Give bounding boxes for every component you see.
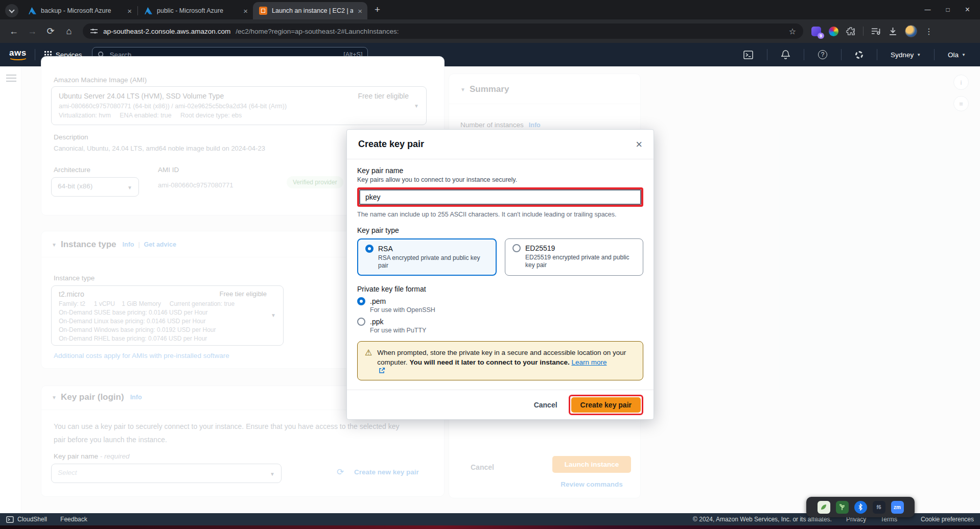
ppk-radio-row[interactable]: .ppk (357, 318, 643, 326)
notifications-bell-icon[interactable] (774, 50, 798, 59)
cloudshell-button[interactable]: CloudShell (6, 516, 47, 523)
close-window-button[interactable]: × (965, 5, 970, 14)
create-key-pair-button[interactable]: Create key pair (571, 397, 641, 413)
header-divider (841, 49, 842, 60)
media-playlist-icon[interactable] (871, 27, 881, 35)
profile-avatar[interactable] (905, 25, 917, 37)
home-button[interactable]: ⌂ (60, 22, 78, 40)
warning-bold-text: You will need it later to connect to you… (409, 358, 569, 366)
modal-footer: Cancel Create key pair (347, 390, 654, 419)
ppk-label: .ppk (370, 318, 383, 326)
tray-leaf-icon[interactable] (818, 501, 830, 514)
warning-alert: ⚠ When prompted, store the private key i… (357, 341, 643, 380)
taskbar-edge (0, 525, 980, 529)
ed25519-description: ED25519 encrypted private and public key… (525, 254, 636, 269)
radio-icon[interactable] (512, 244, 521, 252)
settings-gear-icon[interactable] (848, 51, 871, 59)
rsa-description: RSA encrypted private and public key pai… (378, 254, 488, 270)
bookmark-star-icon[interactable]: ☆ (789, 27, 796, 36)
ppk-description: For use with PuTTY (370, 327, 643, 334)
tray-app-label: f6 (877, 504, 881, 510)
tab-close-icon[interactable]: × (243, 7, 248, 15)
reload-button[interactable]: ⟳ (42, 22, 59, 40)
back-button[interactable]: ← (5, 22, 22, 40)
caret-down-icon: ▼ (917, 53, 921, 57)
cookie-preferences-link[interactable]: Cookie preferences (921, 516, 974, 523)
azure-favicon (145, 7, 152, 14)
maximize-button[interactable]: □ (946, 6, 949, 13)
tab-title: public - Microsoft Azure (157, 7, 239, 14)
cancel-button[interactable]: Cancel (534, 401, 557, 409)
help-icon[interactable]: ? (810, 50, 835, 59)
modal-title: Create key pair (358, 139, 424, 150)
browser-toolbar: ← → ⟳ ⌂ ap-southeast-2.console.aws.amazo… (0, 19, 980, 43)
pem-description: For use with OpenSSH (370, 306, 643, 314)
zoom-label: zm (894, 504, 901, 510)
tray-app-icon[interactable]: f6 (873, 501, 885, 514)
extension-icon[interactable]: 9 (811, 27, 821, 36)
warning-text: When prompted, store the private key in … (377, 348, 636, 374)
forward-button[interactable]: → (24, 22, 41, 40)
tab-close-icon[interactable]: × (358, 7, 362, 15)
header-right-nav: ? Sydney▼ Ola▼ (736, 49, 973, 60)
key-pair-type-tiles: RSA RSA encrypted private and public key… (357, 238, 643, 276)
ed25519-tile[interactable]: ED25519 ED25519 encrypted private and pu… (505, 238, 643, 276)
close-icon[interactable]: × (636, 139, 642, 150)
pem-label: .pem (370, 297, 386, 305)
toolbar-separator (863, 27, 864, 36)
header-divider (877, 49, 877, 60)
tab-divider (137, 6, 138, 15)
url-bar[interactable]: ap-southeast-2.console.aws.amazon.com/ec… (83, 23, 803, 39)
tab-search-button[interactable] (5, 4, 18, 17)
downloads-icon[interactable] (889, 27, 897, 36)
header-divider (804, 49, 804, 60)
azure-favicon (29, 7, 36, 14)
feedback-link[interactable]: Feedback (60, 516, 87, 523)
cloudshell-icon[interactable] (736, 51, 761, 59)
site-settings-icon[interactable] (90, 27, 98, 35)
radio-selected-icon[interactable] (357, 297, 365, 305)
bluetooth-icon[interactable] (854, 501, 867, 514)
account-menu[interactable]: Ola▼ (941, 51, 973, 59)
zoom-app-icon[interactable]: zm (891, 501, 904, 514)
modal-body: Key pair name Key pairs allow you to con… (347, 159, 654, 381)
browser-menu-icon[interactable]: ⋮ (925, 27, 933, 36)
question-glyph: ? (818, 50, 827, 59)
ec2-favicon (259, 7, 267, 15)
private-key-format-label: Private key file format (357, 285, 643, 293)
extensions-puzzle-icon[interactable] (846, 27, 855, 36)
highlight-ring (357, 187, 643, 207)
url-path: /ec2/home?region=ap-southeast-2#LaunchIn… (236, 28, 784, 35)
radio-icon[interactable] (357, 318, 365, 326)
tab-close-icon[interactable]: × (127, 7, 132, 15)
radio-selected-icon[interactable] (365, 245, 374, 253)
key-pair-name-input[interactable] (359, 189, 641, 205)
region-selector[interactable]: Sydney▼ (883, 51, 928, 59)
minimize-button[interactable]: — (924, 6, 930, 13)
caret-down-icon: ▼ (962, 53, 966, 57)
window-controls: — □ × (924, 5, 980, 14)
toolbar-extensions: 9 ⋮ (811, 25, 933, 37)
warning-icon: ⚠ (365, 348, 372, 374)
pem-radio-row[interactable]: .pem (357, 297, 643, 305)
rsa-label: RSA (378, 245, 393, 253)
new-tab-button[interactable]: + (375, 4, 380, 15)
tab-ec2-launch-active[interactable]: Launch an instance | EC2 | ap-s × (253, 2, 367, 19)
browser-tab-strip: backup - Microsoft Azure × public - Micr… (0, 0, 980, 19)
external-link-icon (379, 367, 385, 374)
rsa-tile[interactable]: RSA RSA encrypted private and public key… (357, 238, 497, 276)
key-pair-name-description: Key pairs allow you to connect to your i… (357, 176, 643, 183)
cloudshell-icon (6, 516, 14, 523)
aws-logo[interactable]: aws (7, 48, 29, 61)
header-divider (934, 49, 935, 60)
color-wheel-extension-icon[interactable] (829, 27, 838, 36)
url-host: ap-southeast-2.console.aws.amazon.com (103, 28, 230, 35)
tray-plant-icon[interactable] (836, 501, 849, 514)
create-key-pair-modal: Create key pair × Key pair name Key pair… (346, 129, 654, 420)
extension-badge: 9 (818, 33, 824, 39)
screen-tool-tray: f6 zm (806, 497, 915, 517)
chevron-down-icon (9, 7, 14, 13)
key-pair-name-label: Key pair name (357, 166, 643, 175)
tab-backup-azure[interactable]: backup - Microsoft Azure × (22, 2, 137, 19)
tab-public-azure[interactable]: public - Microsoft Azure × (138, 2, 253, 19)
